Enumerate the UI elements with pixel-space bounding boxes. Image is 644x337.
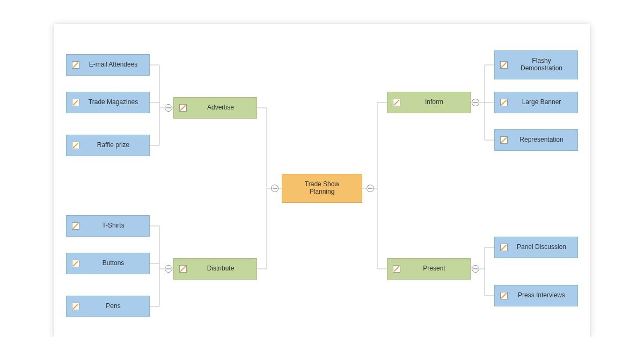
node-leaf-label: Flashy Demonstration — [511, 57, 572, 72]
node-leaf-flashy-demo[interactable]: Flashy Demonstration — [494, 50, 578, 79]
node-leaf-label: Buttons — [83, 260, 144, 267]
collapse-toggle-right[interactable] — [367, 185, 374, 192]
node-leaf-label: T-Shirts — [83, 222, 144, 230]
node-branch-label: Inform — [404, 99, 465, 106]
node-branch-label: Advertise — [190, 104, 251, 112]
note-icon — [500, 99, 508, 106]
collapse-toggle-left[interactable] — [271, 185, 279, 192]
note-icon — [179, 265, 187, 273]
node-leaf-panel-discussion[interactable]: Panel Discussion — [494, 237, 578, 258]
node-branch-present[interactable]: Present — [387, 258, 471, 280]
note-icon — [393, 265, 400, 273]
note-icon — [72, 142, 79, 149]
node-branch-inform[interactable]: Inform — [387, 92, 471, 113]
node-branch-advertise[interactable]: Advertise — [173, 97, 257, 119]
node-leaf-label: Large Banner — [511, 99, 572, 106]
node-leaf-label: Representation — [511, 136, 572, 144]
node-leaf-pens[interactable]: Pens — [66, 296, 150, 317]
stage: Trade ShowPlanning Advertise Distribute … — [0, 0, 644, 337]
node-leaf-representation[interactable]: Representation — [494, 129, 578, 151]
note-icon — [72, 61, 79, 69]
note-icon — [72, 260, 79, 267]
node-leaf-label: Raffle prize — [83, 142, 144, 149]
note-icon — [72, 303, 79, 310]
node-leaf-raffle-prize[interactable]: Raffle prize — [66, 135, 150, 156]
collapse-toggle-present[interactable] — [472, 265, 479, 273]
node-leaf-press-interviews[interactable]: Press Interviews — [494, 285, 578, 306]
note-icon — [500, 136, 508, 144]
node-leaf-label: Trade Magazines — [83, 99, 144, 106]
collapse-toggle-inform[interactable] — [472, 99, 479, 106]
node-leaf-large-banner[interactable]: Large Banner — [494, 92, 578, 113]
node-leaf-tshirts[interactable]: T-Shirts — [66, 215, 150, 237]
node-leaf-label: Pens — [83, 303, 144, 310]
collapse-toggle-advertise[interactable] — [165, 104, 172, 112]
note-icon — [72, 222, 79, 230]
note-icon — [72, 99, 79, 106]
node-branch-label: Distribute — [190, 265, 251, 273]
node-leaf-email-attendees[interactable]: E-mail Attendees — [66, 54, 150, 76]
note-icon — [179, 104, 187, 112]
note-icon — [500, 244, 508, 251]
note-icon — [393, 99, 400, 106]
node-leaf-label: Press Interviews — [511, 292, 572, 299]
node-leaf-label: Panel Discussion — [511, 244, 572, 251]
node-leaf-buttons[interactable]: Buttons — [66, 253, 150, 274]
node-leaf-trade-magazines[interactable]: Trade Magazines — [66, 92, 150, 113]
diagram-canvas: Trade ShowPlanning Advertise Distribute … — [54, 24, 590, 337]
note-icon — [500, 61, 508, 69]
collapse-toggle-distribute[interactable] — [165, 265, 172, 273]
node-root[interactable]: Trade ShowPlanning — [282, 174, 362, 203]
node-branch-label: Present — [404, 265, 465, 273]
node-root-label: Trade ShowPlanning — [288, 181, 356, 196]
node-leaf-label: E-mail Attendees — [83, 61, 144, 69]
note-icon — [500, 292, 508, 299]
node-branch-distribute[interactable]: Distribute — [173, 258, 257, 280]
